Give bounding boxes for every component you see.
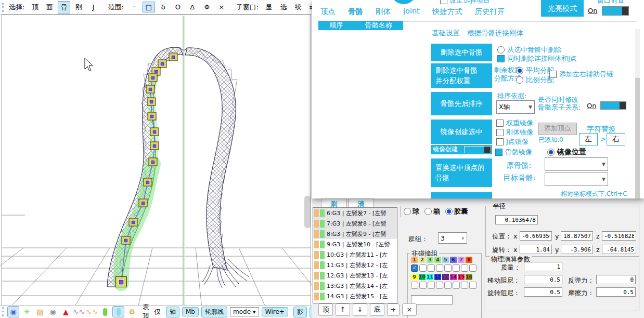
range-item-1[interactable]: □ [143, 2, 155, 12]
rigidbody-list-item[interactable]: 14:G3 | 左鬓发15 - [左 [313, 291, 397, 301]
view-connect-rigidbody[interactable]: 根据骨骼连接刚体 [467, 29, 523, 38]
mb-button[interactable]: Mb [182, 307, 199, 316]
aux-bone-chain-checkbox[interactable]: 添加左右辅助骨链 [549, 70, 613, 79]
rigidbody-list-item[interactable]: 11:G3 | 左鬓发12 - [左 [313, 260, 397, 270]
distribute-ratio-radio[interactable]: 比例分配 [516, 75, 554, 85]
radius-input[interactable] [495, 215, 538, 224]
rigidbody-list-item[interactable]: 9:G3 | 左鬓发10 - [左鬓 [313, 239, 397, 249]
panel-scrollbar-thumb[interactable] [635, 78, 640, 198]
tab-vertex[interactable]: 顶点 [320, 7, 336, 17]
delete-linked-checkbox[interactable]: 同时删除连接刚体和J点 [497, 54, 577, 63]
rotation-damping-input[interactable] [524, 287, 562, 297]
select-item-1[interactable]: 面 [43, 1, 56, 14]
gray-target-icon[interactable]: ◉ [47, 307, 58, 317]
add-vertex-button[interactable]: 添加顶点 [538, 123, 577, 135]
rigidbody-list-item[interactable]: 12:G3 | 左鬓发13 - [左 [313, 270, 397, 281]
mass-input[interactable] [524, 262, 562, 271]
select-item-4[interactable]: J [87, 2, 99, 12]
wire-button[interactable]: Wire+ [262, 307, 288, 316]
select-item-2[interactable]: 骨 [58, 1, 70, 14]
friction-input[interactable] [596, 287, 636, 297]
range-item-2[interactable]: δ [157, 2, 170, 12]
position-y-input[interactable] [561, 231, 593, 241]
target-bone-dropdown[interactable]: ▼ [545, 173, 608, 186]
collision-group-cell-14[interactable]: 14 [450, 274, 457, 280]
rigidbody-list[interactable]: 6:G3 | 左鬓发7 - [左鬓7:G3 | 左鬓发8 - [左鬓8:G3 |… [313, 207, 397, 303]
axis-button[interactable]: 轴 [166, 307, 179, 317]
collision-filter-input[interactable] [411, 295, 453, 304]
hair-strand-right[interactable] [180, 48, 249, 288]
cyan-capsule-icon[interactable] [112, 306, 124, 317]
collision-group-cell-11[interactable]: 11 [427, 274, 433, 280]
position-z-input[interactable] [602, 231, 636, 241]
move-bottom-button[interactable]: 底 [370, 303, 384, 316]
delete-from-radio[interactable]: 从选中骨骼中删除 [497, 45, 561, 55]
3d-viewport[interactable] [0, 15, 312, 306]
orange-hatch-icon[interactable]: ▨ [34, 307, 45, 317]
replace-bone-button[interactable]: 置换选中顶点的骨骼 [431, 158, 492, 187]
bone-mirror-checkbox[interactable]: 骨骼镜像 [495, 148, 532, 157]
target-blue-icon[interactable]: ◉ [7, 306, 19, 317]
rigidbody-list-item[interactable]: 8:G3 | 左鬓发9 - [左鬓 [313, 229, 397, 239]
mirror-create-button[interactable]: 镜像创建选中 [431, 120, 492, 144]
sort-bones-button[interactable]: 骨骼先后排序 [431, 92, 492, 115]
char-left-input[interactable] [579, 133, 598, 145]
collision-group-checkbox-14[interactable] [453, 282, 460, 289]
collision-group-cell-3[interactable]: 3 [427, 257, 433, 263]
distribute-even-radio[interactable]: 平均分配 [516, 66, 554, 75]
toolbar-grip[interactable] [2, 3, 4, 12]
collision-group-cell-13[interactable]: 13 [442, 274, 449, 280]
mode-dropdown[interactable]: mode ▾ [230, 307, 259, 316]
collision-group-cell-6[interactable]: 6 [450, 257, 457, 263]
weight-mirror-checkbox[interactable]: 权重镜像 [496, 118, 533, 128]
toolbar-grip[interactable] [2, 307, 4, 316]
sort-parent-toggle[interactable] [600, 101, 626, 110]
collision-group-cell-8[interactable]: 8 [466, 257, 472, 263]
select-item-0[interactable]: 顶 [29, 1, 41, 14]
collision-group-checkbox-6[interactable] [453, 264, 460, 272]
rebound-input[interactable] [596, 275, 636, 284]
collision-group-cell-16[interactable]: 16 [466, 274, 472, 280]
move-top-button[interactable]: 顶 [318, 303, 333, 316]
collision-group-cell-1[interactable]: 1 [411, 257, 418, 263]
move-down-button[interactable]: ↓ [353, 303, 367, 316]
tab-history[interactable]: 历史打开 [475, 7, 505, 17]
tab-joint[interactable]: joint [403, 7, 420, 17]
collision-group-checkbox-3[interactable] [428, 264, 435, 272]
tab-rigidbody[interactable]: 刚体 [376, 7, 391, 17]
position-x-input[interactable] [520, 231, 552, 241]
source-bone-dropdown[interactable]: ▼ [545, 157, 608, 171]
mirror-position-radio[interactable]: 镜像位置 [547, 148, 586, 157]
yellow-wave-icon[interactable]: ∿∿ [86, 307, 97, 317]
collision-group-cell-12[interactable]: 12 [434, 274, 441, 280]
collision-group-checkbox-4[interactable] [436, 264, 443, 272]
green-scribble-icon[interactable]: ✳ [21, 307, 32, 317]
delete-item-button[interactable]: × [402, 303, 417, 316]
collision-group-checkbox-12[interactable] [436, 282, 443, 289]
rigidbody-mirror-checkbox[interactable]: 刚体镜像 [496, 128, 533, 137]
delete-bones-button[interactable]: 删除选中骨骼 [431, 44, 492, 61]
front-toggle[interactable] [602, 6, 629, 16]
collision-group-cell-15[interactable]: 15 [458, 274, 465, 280]
mirror-create-toggle[interactable] [464, 146, 491, 153]
range-item-3[interactable]: O [172, 2, 184, 12]
tab-shortcut[interactable]: 快捷方式 [432, 7, 462, 17]
red-triangle-icon[interactable]: ▲ [60, 307, 71, 317]
move-up-button[interactable]: ↑ [336, 303, 350, 316]
collision-group-checkbox-9[interactable] [411, 282, 418, 289]
collision-group-cell-7[interactable]: 7 [458, 257, 465, 263]
next-section-button-clipped[interactable] [431, 192, 492, 198]
collision-group-checkbox-8[interactable] [469, 264, 476, 272]
view-basic-settings[interactable]: 基础设置 [432, 29, 460, 38]
collision-group-checkbox-10[interactable] [419, 282, 427, 289]
rigidbody-list-item[interactable]: 7:G3 | 左鬓发8 - [左鬓 [313, 218, 397, 229]
tab-bone[interactable]: 骨骼 [348, 7, 363, 17]
subtab-order[interactable]: 顺序 [329, 21, 343, 30]
sort-axis-dropdown[interactable]: X轴▼ [496, 100, 535, 114]
char-right-input[interactable] [607, 133, 625, 145]
subtab-bone-name[interactable]: 骨骼名称 [365, 21, 392, 30]
collision-group-checkbox-7[interactable] [461, 264, 468, 272]
collision-group-checkbox-5[interactable] [444, 264, 452, 272]
collision-group-checkbox-13[interactable] [444, 282, 452, 289]
collision-group-cell-4[interactable]: 4 [434, 257, 441, 263]
